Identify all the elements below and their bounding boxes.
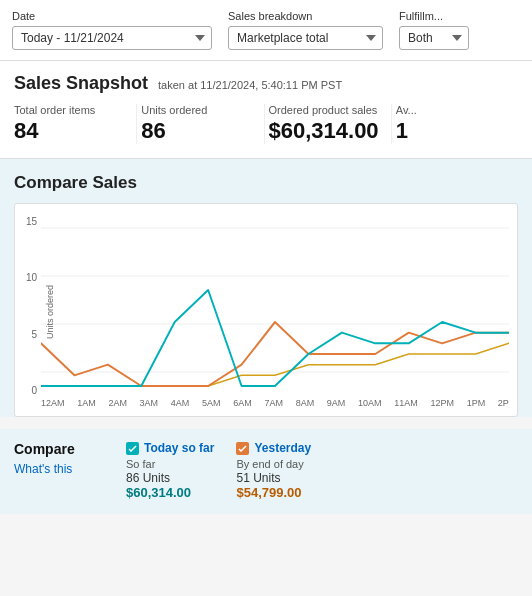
date-filter-group: Date Today - 11/21/2024 — [12, 10, 212, 50]
chart-container: 15 10 5 0 12AM1AM2AM3AM4AM5AM6AM7AM8AM9A… — [14, 203, 518, 417]
compare-section: Compare Sales 15 10 5 0 12AM1AM2AM3AM — [0, 159, 532, 417]
x-axis-label: 5AM — [202, 398, 221, 408]
today-legend-sales: $60,314.00 — [126, 485, 214, 500]
x-axis-label: 2AM — [108, 398, 127, 408]
x-axis-label: 2P — [498, 398, 509, 408]
fulfillment-label: Fulfillm... — [399, 10, 469, 22]
metric-value: 86 — [141, 118, 251, 144]
today-checkbox[interactable] — [126, 442, 139, 455]
yesterday-legend-sales: $54,799.00 — [236, 485, 311, 500]
today-legend-header: Today so far — [126, 441, 214, 455]
breakdown-filter-group: Sales breakdown Marketplace total — [228, 10, 383, 50]
metric-label: Ordered product sales — [269, 104, 379, 116]
x-axis-label: 9AM — [327, 398, 346, 408]
fulfillment-filter-group: Fulfillm... Both — [399, 10, 469, 50]
breakdown-select[interactable]: Marketplace total — [228, 26, 383, 50]
metric-item: Av... 1 — [392, 104, 518, 144]
metric-label: Av... — [396, 104, 506, 116]
date-label: Date — [12, 10, 212, 22]
y-label-0: 0 — [31, 385, 37, 396]
fulfillment-select[interactable]: Both — [399, 26, 469, 50]
x-axis-label: 12PM — [430, 398, 454, 408]
yesterday-checkbox[interactable] — [236, 442, 249, 455]
x-axis-label: 1AM — [77, 398, 96, 408]
filter-bar: Date Today - 11/21/2024 Sales breakdown … — [0, 0, 532, 61]
today-legend-name[interactable]: Today so far — [144, 441, 214, 455]
whats-this-link[interactable]: What's this — [14, 462, 72, 476]
yesterday-legend-name[interactable]: Yesterday — [254, 441, 311, 455]
compare-sales-title: Compare Sales — [14, 173, 518, 193]
metric-item: Units ordered 86 — [137, 104, 264, 144]
metric-item: Total order items 84 — [14, 104, 137, 144]
compare-footer: Compare What's this Today so far So far … — [0, 429, 532, 514]
metric-value: 84 — [14, 118, 124, 144]
x-axis-label: 1PM — [467, 398, 486, 408]
y-axis-label: Units ordered — [45, 285, 55, 339]
x-axis-label: 10AM — [358, 398, 382, 408]
snapshot-header: Sales Snapshot taken at 11/21/2024, 5:40… — [14, 73, 518, 94]
x-axis-label: 7AM — [264, 398, 283, 408]
x-axis-label: 6AM — [233, 398, 252, 408]
x-axis-label: 11AM — [394, 398, 418, 408]
yesterday-legend: Yesterday By end of day 51 Units $54,799… — [236, 441, 311, 500]
today-legend-sub: So far — [126, 458, 214, 470]
metric-label: Units ordered — [141, 104, 251, 116]
y-label-10: 10 — [26, 272, 37, 283]
yesterday-legend-sub: By end of day — [236, 458, 311, 470]
compare-legend-row: Today so far So far 86 Units $60,314.00 … — [126, 441, 325, 500]
today-legend: Today so far So far 86 Units $60,314.00 — [126, 441, 214, 500]
snapshot-metrics: Total order items 84 Units ordered 86 Or… — [14, 104, 518, 144]
metric-value: $60,314.00 — [269, 118, 379, 144]
today-legend-units: 86 Units — [126, 471, 214, 485]
metric-label: Total order items — [14, 104, 124, 116]
date-select[interactable]: Today - 11/21/2024 — [12, 26, 212, 50]
snapshot-title: Sales Snapshot — [14, 73, 148, 94]
x-axis-label: 12AM — [41, 398, 65, 408]
metric-item: Ordered product sales $60,314.00 — [265, 104, 392, 144]
breakdown-label: Sales breakdown — [228, 10, 383, 22]
yesterday-legend-units: 51 Units — [236, 471, 311, 485]
y-label-15: 15 — [26, 216, 37, 227]
x-axis-label: 8AM — [296, 398, 315, 408]
x-axis-label: 3AM — [140, 398, 159, 408]
yesterday-legend-header: Yesterday — [236, 441, 311, 455]
metric-value: 1 — [396, 118, 506, 144]
compare-col-label: Compare What's this — [14, 441, 114, 500]
y-label-5: 5 — [31, 329, 37, 340]
snapshot-section: Sales Snapshot taken at 11/21/2024, 5:40… — [0, 61, 532, 159]
snapshot-subtitle: taken at 11/21/2024, 5:40:11 PM PST — [158, 79, 342, 91]
compare-col-title: Compare — [14, 441, 114, 457]
x-axis-label: 4AM — [171, 398, 190, 408]
